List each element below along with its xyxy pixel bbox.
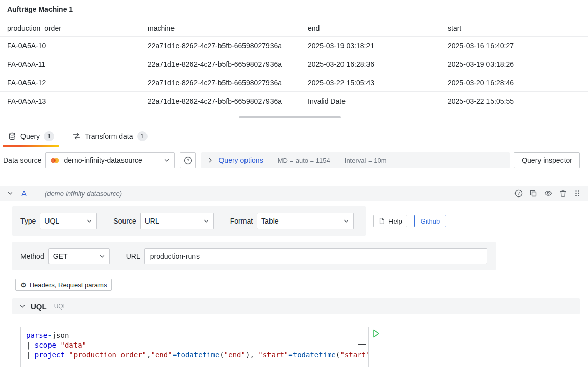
query-options-summary: MD = auto = 1154 (278, 157, 330, 164)
column-header-end[interactable]: end (308, 24, 448, 32)
table-row: FA-0A5A-1122a71d1e-8262-4c27-b5fb-665980… (0, 55, 588, 73)
question-circle-icon: ? (184, 156, 192, 165)
code-line: | scope "data" (26, 340, 368, 350)
headers-request-params-button[interactable]: ⚙ Headers, Request params (15, 279, 112, 291)
type-value: UQL (44, 217, 82, 225)
document-icon (378, 217, 385, 225)
uql-editor-wrap: parse-json| scope "data"| project "produ… (20, 327, 580, 367)
toggle-visibility-eye-icon[interactable] (544, 189, 552, 198)
tab-transform-label: Transform data (85, 132, 133, 140)
uql-title: UQL (31, 302, 47, 311)
datasource-row: Data source demo-infinity-datasource ? Q… (0, 152, 588, 168)
tab-query-count-badge: 1 (44, 131, 54, 141)
code-line: | project "production_order","end"=todat… (26, 350, 368, 360)
chevron-down-icon (164, 157, 170, 163)
table-cell: 22a71d1e-8262-4c27-b5fb-66598027936a (148, 60, 308, 68)
table-cell: FA-0A5A-13 (7, 97, 148, 105)
source-select[interactable]: URL (140, 213, 214, 229)
data-table: production_order machine end start FA-0A… (0, 19, 588, 110)
help-icon[interactable]: ? (514, 189, 523, 198)
query-type-row: Type UQL Source URL Format (12, 206, 366, 236)
method-select[interactable]: GET (48, 248, 110, 264)
uql-section-header[interactable]: UQL UQL (12, 298, 580, 314)
drag-grip-icon[interactable] (574, 189, 581, 198)
query-options-toggle[interactable]: Query options (218, 156, 263, 164)
duplicate-icon[interactable] (529, 189, 537, 198)
format-select[interactable]: Table (257, 213, 354, 229)
interval-summary: Interval = 10m (345, 157, 387, 164)
tab-transform-data[interactable]: Transform data 1 (67, 126, 152, 147)
table-cell: FA-0A5A-12 (7, 79, 148, 87)
method-label: Method (20, 252, 44, 260)
chevron-down-icon[interactable] (19, 303, 26, 309)
query-ref-id: A (21, 189, 27, 198)
tab-query[interactable]: Query 1 (3, 126, 59, 147)
format-field: Format Table (230, 213, 354, 229)
code-line: parse-json (26, 331, 368, 340)
gear-icon: ⚙ (20, 282, 27, 288)
format-label: Format (230, 217, 253, 225)
format-value: Table (261, 217, 339, 225)
column-header-production-order[interactable]: production_order (7, 24, 148, 32)
datasource-picker[interactable]: demo-infinity-datasource (45, 152, 175, 168)
github-button[interactable]: Github (414, 215, 446, 227)
method-value: GET (53, 252, 95, 260)
table-cell: 2025-03-19 03:18:21 (308, 42, 448, 50)
chevron-down-icon (203, 218, 209, 224)
table-cell: 22a71d1e-8262-4c27-b5fb-66598027936a (148, 97, 308, 105)
editor-tabbar: Query 1 Transform data 1 (0, 126, 588, 147)
chevron-down-icon (99, 253, 105, 259)
datasource-value: demo-infinity-datasource (64, 156, 160, 164)
table-body: FA-0A5A-1022a71d1e-8262-4c27-b5fb-665980… (0, 37, 588, 110)
query-inspector-button[interactable]: Query inspector (514, 152, 580, 168)
table-cell: FA-0A5A-10 (7, 42, 148, 50)
uql-subtitle: UQL (54, 303, 67, 310)
help-button[interactable]: Help (373, 215, 407, 227)
url-input[interactable] (144, 248, 487, 264)
table-cell: 2025-03-20 16:28:46 (448, 79, 588, 87)
column-header-start[interactable]: start (448, 24, 588, 32)
type-select[interactable]: UQL (40, 213, 97, 229)
headers-button-label: Headers, Request params (30, 281, 107, 289)
type-label: Type (20, 217, 36, 225)
table-row: FA-0A5A-1322a71d1e-8262-4c27-b5fb-665980… (0, 92, 588, 110)
source-field: Source URL (113, 213, 213, 229)
table-row: FA-0A5A-1222a71d1e-8262-4c27-b5fb-665980… (0, 73, 588, 92)
table-cell: 2025-03-22 15:05:43 (308, 79, 448, 87)
query-datasource-hint: (demo-infinity-datasource) (45, 190, 122, 198)
trash-icon[interactable] (559, 189, 567, 198)
editor-overview-mark (358, 344, 366, 345)
source-value: URL (145, 217, 199, 225)
table-cell: 2025-03-20 16:28:36 (308, 60, 448, 68)
chevron-right-icon[interactable] (207, 157, 213, 163)
chevron-down-icon (343, 218, 349, 224)
table-panel: Aufträge Machine 1 production_order mach… (0, 0, 588, 110)
datasource-help-button[interactable]: ? (180, 152, 196, 168)
chevron-down-icon (86, 218, 92, 224)
query-editor-body: Type UQL Source URL Format (0, 201, 588, 367)
svg-text:?: ? (187, 158, 189, 163)
query-header-actions: ? (514, 189, 581, 198)
type-field: Type UQL (20, 213, 97, 229)
method-field: Method GET (20, 248, 110, 264)
query-url-row: Method GET URL (12, 242, 496, 270)
table-cell: 2025-03-16 16:40:27 (448, 42, 588, 50)
table-header-row: production_order machine end start (0, 19, 588, 37)
chevron-down-icon[interactable] (7, 190, 13, 196)
play-icon (373, 329, 380, 338)
svg-text:?: ? (517, 191, 520, 196)
tab-query-label: Query (20, 132, 40, 140)
datasource-label: Data source (3, 156, 41, 164)
table-row: FA-0A5A-1022a71d1e-8262-4c27-b5fb-665980… (0, 37, 588, 55)
pane-resize-handle[interactable] (239, 116, 341, 118)
column-header-machine[interactable]: machine (148, 24, 308, 32)
source-label: Source (113, 217, 136, 225)
code-lines: parse-json| scope "data"| project "produ… (26, 331, 368, 360)
run-query-button[interactable] (373, 329, 380, 338)
query-options-strip: Query options MD = auto = 1154 Interval … (201, 152, 510, 168)
url-field: URL (126, 248, 487, 264)
query-row-header[interactable]: A (demo-infinity-datasource) ? (0, 186, 588, 201)
uql-code-editor[interactable]: parse-json| scope "data"| project "produ… (20, 327, 369, 367)
panel-title: Aufträge Machine 1 (0, 0, 588, 15)
url-label: URL (126, 252, 140, 260)
